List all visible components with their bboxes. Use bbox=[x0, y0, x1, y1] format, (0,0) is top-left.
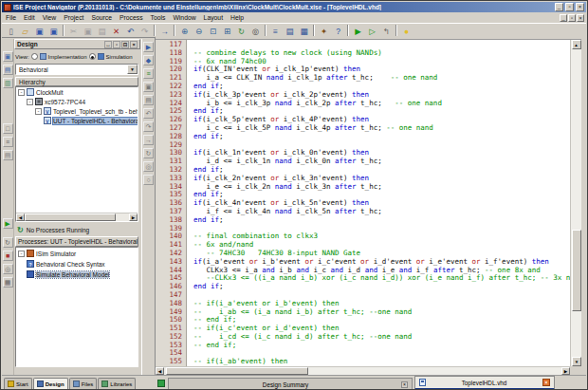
chevron-down-icon[interactable]: ▼ bbox=[127, 65, 138, 74]
new-file-icon[interactable]: ▯ bbox=[4, 25, 18, 37]
rerun-process-icon[interactable]: ↻ bbox=[3, 237, 13, 248]
options-icon[interactable]: ▦ bbox=[3, 277, 13, 288]
code-line[interactable]: end if; bbox=[193, 106, 570, 115]
mdi-minimize-button[interactable]: _ bbox=[560, 14, 567, 22]
tree-item[interactable]: Simulate Behavioral Model bbox=[16, 269, 138, 279]
panel-tab-libraries[interactable]: Libraries bbox=[98, 378, 136, 389]
code-line[interactable] bbox=[193, 40, 570, 48]
implementation-radio[interactable] bbox=[31, 53, 38, 60]
code-line[interactable]: i_b <= i_clk_3p nand i_clk_2p after t_hc… bbox=[193, 99, 570, 107]
code-line[interactable]: -- final combination to clkx3 bbox=[193, 232, 570, 240]
editor-vscrollbar[interactable]: ▲ ▼ bbox=[570, 40, 581, 366]
open-folder-icon[interactable]: ▱ bbox=[18, 25, 32, 37]
settings-icon[interactable]: ✦ bbox=[317, 25, 331, 37]
code-line[interactable]: -- if(i_ab'event) then bbox=[193, 357, 570, 365]
delete-icon[interactable]: ✕ bbox=[109, 25, 123, 37]
scroll-down-icon[interactable]: ▼ bbox=[572, 357, 581, 366]
tree-item[interactable]: VUUT - ToplevelHDL - Behavioral (T bbox=[16, 116, 138, 125]
code-line[interactable] bbox=[193, 348, 570, 357]
restore-button[interactable]: ▫ bbox=[565, 3, 574, 11]
undo-icon[interactable]: ↶ bbox=[123, 25, 138, 37]
design-shortcut-icon[interactable]: ▣ bbox=[3, 51, 13, 62]
code-line[interactable]: if(i_clk_2n'event or i_clk_3n'event) the… bbox=[193, 174, 570, 182]
save-all-icon[interactable]: ▣ bbox=[46, 25, 61, 37]
tree-item[interactable]: -VToplevel_Toplevel_sch_tb - behavioral bbox=[16, 106, 138, 116]
menu-file[interactable]: File bbox=[2, 14, 20, 21]
code-line[interactable]: end if; bbox=[193, 215, 570, 224]
code-line[interactable]: if(CLK_IN'event or i_clk_1p'event) then bbox=[193, 65, 570, 73]
code-line[interactable]: i_a <= CLK_IN nand i_clk_1p after t_hc; … bbox=[193, 73, 570, 82]
code-line[interactable]: -- i_cd <= (i_c nand i_d) after t_hc; --… bbox=[193, 332, 570, 341]
copy-icon[interactable]: ▣ bbox=[143, 82, 154, 92]
tree-item[interactable]: ?Behavioral Check Syntax bbox=[16, 259, 138, 269]
scroll-right-icon[interactable]: ▶ bbox=[561, 367, 570, 375]
close-button[interactable]: × bbox=[576, 3, 584, 11]
code-line[interactable]: -- end if; bbox=[193, 315, 570, 324]
code-line[interactable]: end if; bbox=[193, 165, 570, 174]
zoom-in-icon[interactable]: ⊕ bbox=[177, 25, 192, 37]
new-window-icon[interactable]: ≡ bbox=[268, 25, 283, 37]
menu-help[interactable]: Help bbox=[227, 14, 248, 21]
code-line[interactable]: if(i_clk_3p'event or i_clk_2p'event) the… bbox=[193, 90, 570, 99]
editor-hscrollbar[interactable]: ◀ ▶ bbox=[156, 366, 570, 375]
code-line[interactable]: -- 74HC30 74HC30 8-input NAND Gate bbox=[193, 249, 570, 257]
code-line[interactable]: i_c <= i_clk_5P nand i_clk_4p after t_hc… bbox=[193, 123, 570, 132]
redo-icon[interactable]: ↷ bbox=[143, 121, 154, 132]
hscroll-thumb[interactable] bbox=[25, 214, 116, 221]
files-shortcut-icon[interactable]: ▤ bbox=[3, 65, 13, 75]
panel-tab-start[interactable]: Start bbox=[4, 378, 32, 389]
hierarchy-hscrollbar[interactable]: ◀ ▶ bbox=[16, 213, 138, 221]
zoom-full-icon[interactable]: ⊡ bbox=[206, 25, 220, 37]
cascade-windows-icon[interactable]: ▤ bbox=[283, 25, 297, 37]
forward-icon[interactable]: → bbox=[157, 25, 172, 37]
panel-tab-files[interactable]: Files bbox=[69, 378, 98, 389]
zoom-fit-icon[interactable]: ⊞ bbox=[220, 25, 234, 37]
menu-edit[interactable]: Edit bbox=[20, 14, 39, 21]
search-icon[interactable]: ◎ bbox=[248, 25, 263, 37]
code-line[interactable]: i_f <= i_clk_4n nand i_clk_5n after t_hc… bbox=[193, 207, 570, 215]
zoom-out-icon[interactable]: ⊖ bbox=[192, 25, 206, 37]
close-icon[interactable]: × bbox=[401, 381, 408, 388]
code-line[interactable]: -- 6x nand 74hc00 bbox=[193, 57, 570, 65]
simulation-radio[interactable] bbox=[89, 53, 96, 60]
warnings-shortcut-icon[interactable]: ▤ bbox=[3, 150, 13, 160]
scroll-up-icon[interactable]: ▲ bbox=[572, 40, 581, 49]
mdi-restore-button[interactable]: ▫ bbox=[568, 14, 576, 22]
tree-item[interactable]: -xc9572-7PC44 bbox=[16, 97, 138, 106]
code-line[interactable]: end if; bbox=[193, 282, 570, 290]
code-line[interactable] bbox=[193, 224, 570, 232]
close-icon[interactable]: × bbox=[542, 379, 550, 386]
run-icon[interactable]: ▶ bbox=[351, 25, 365, 37]
record-icon[interactable]: ○ bbox=[143, 175, 154, 185]
code-line[interactable]: i_e <= i_clk_2n nand i_clk_3n after t_hc… bbox=[193, 182, 570, 191]
code-line[interactable] bbox=[193, 290, 570, 299]
close-panel-icon[interactable]: × bbox=[130, 41, 138, 48]
menu-process[interactable]: Process bbox=[116, 14, 147, 21]
paste-icon[interactable]: ▤ bbox=[143, 95, 154, 105]
forward-icon[interactable]: → bbox=[143, 135, 154, 145]
menu-layout[interactable]: Layout bbox=[200, 14, 227, 21]
highlight-icon[interactable]: ≡ bbox=[143, 68, 154, 79]
expander-minus-icon[interactable]: - bbox=[18, 251, 25, 257]
code-line[interactable]: -- end if; bbox=[193, 341, 570, 349]
find-files-icon[interactable]: ◎ bbox=[3, 264, 13, 274]
refresh-icon[interactable]: ↻ bbox=[143, 148, 154, 158]
code-line[interactable]: -- if(i_c'event or i_d'event) then bbox=[193, 324, 570, 332]
code-line[interactable]: i_d <= i_clk_1n nand i_clk_0n after t_hc… bbox=[193, 157, 570, 165]
scroll-left-icon[interactable]: ◀ bbox=[16, 214, 25, 221]
breakpoint-icon[interactable]: ◎ bbox=[143, 161, 154, 172]
code-line[interactable]: -- combine delays to new clock (using NA… bbox=[193, 48, 570, 57]
expander-minus-icon[interactable]: - bbox=[35, 108, 42, 115]
menu-view[interactable]: View bbox=[39, 14, 61, 21]
libraries-shortcut-icon[interactable]: ▥ bbox=[3, 78, 13, 88]
redo-icon[interactable]: ↷ bbox=[138, 25, 152, 37]
code-line[interactable]: --CLKx3 <= ((i_a nand i_b) xor (i_c nand… bbox=[193, 273, 570, 282]
copy-icon[interactable]: ▣ bbox=[81, 25, 95, 37]
minimize-button[interactable]: _ bbox=[555, 3, 563, 11]
code-line[interactable]: -- 6x and/nand bbox=[193, 240, 570, 249]
hscroll-thumb[interactable] bbox=[166, 367, 308, 375]
expander-minus-icon[interactable]: - bbox=[27, 99, 33, 105]
menu-tools[interactable]: Tools bbox=[147, 14, 170, 21]
code-line[interactable]: end if; bbox=[193, 82, 570, 90]
menu-window[interactable]: Window bbox=[169, 14, 199, 21]
